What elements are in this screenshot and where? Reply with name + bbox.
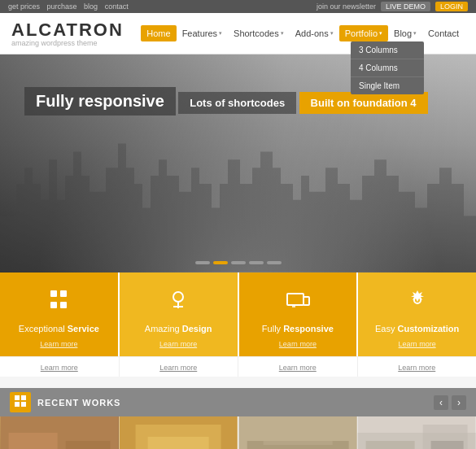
rw-next-button[interactable]: › [452,395,466,410]
slider-dot-4[interactable] [249,261,264,264]
features-row: Exceptional Service Learn more Amazing D… [0,272,476,356]
customization-icon [366,287,468,319]
learn-more-row: Learn more Learn more Learn more Learn m… [0,356,476,377]
login-button[interactable]: LOGIN [435,2,468,11]
logo-area: ALCATRON amazing wordpress theme [11,20,124,47]
service-icon [8,287,110,319]
top-bar: get prices purchase blog contact join ou… [0,0,476,13]
svg-rect-3 [60,302,67,308]
rw-arrows: ‹ › [434,395,466,410]
rw-header-left: RECENT WORKS [10,392,120,412]
logo-title: ALCATRON [11,20,124,41]
dropdown-4col[interactable]: 4 Columns [351,59,424,77]
slider-dot-1[interactable] [195,261,210,264]
hero-sub-badge: Lots of shortcodes [178,92,296,114]
svg-rect-12 [21,395,26,400]
feature-responsive-link[interactable]: Learn more [247,340,349,348]
nav-blog[interactable]: Blog ▾ [388,25,422,41]
top-bar-right: join our newsletter LIVE DEMO LOGIN [317,2,468,11]
nav-home[interactable]: Home [141,25,176,41]
rw-prev-button[interactable]: ‹ [434,395,448,410]
thumb-4-image [357,416,476,449]
svg-rect-29 [263,425,332,445]
feature-design-title: Amazing Design [128,324,229,333]
nav-contact[interactable]: Contact [422,25,465,41]
thumbnails-row: www.free-wordpress-college.com [0,416,476,449]
design-icon [128,287,229,319]
dropdown-3col[interactable]: 3 Columns [351,41,424,59]
dropdown-single[interactable]: Single Item [351,77,424,94]
nav-portfolio[interactable]: Portfolio ▾ [339,25,388,41]
thumbnail-4[interactable] [357,416,476,449]
svg-point-4 [173,292,183,302]
svg-rect-17 [66,441,111,449]
feature-customization-link[interactable]: Learn more [366,340,468,348]
feature-service-link[interactable]: Learn more [8,340,110,348]
recent-works-section: RECENT WORKS ‹ › www.free-wordpress-coll… [0,388,476,449]
svg-rect-14 [21,402,26,407]
feature-customization-title: Easy Customization [366,324,468,333]
recent-works-header: RECENT WORKS ‹ › [0,388,476,416]
hero-cta-badge[interactable]: Built on foundation 4 [299,92,428,114]
svg-rect-11 [15,395,20,400]
chevron-down-icon: ▾ [281,30,284,37]
recent-works-title: RECENT WORKS [37,398,120,408]
feature-responsive-title: Fully Responsive [247,324,349,333]
portfolio-dropdown: 3 Columns 4 Columns Single Item [351,41,424,94]
learn-design-link[interactable]: Learn more [159,364,197,372]
hero-slider-dots [195,261,282,264]
thumbnail-2[interactable] [119,416,238,449]
svg-rect-34 [365,441,414,449]
demo-button[interactable]: LIVE DEMO [381,2,430,11]
thumb-2-image [119,416,238,449]
learn-customization-link[interactable]: Learn more [398,364,435,372]
svg-rect-13 [15,402,20,407]
hero-main-badge: Fully responsive [24,87,176,116]
svg-rect-2 [50,302,57,308]
feature-responsive: Fully Responsive Learn more [239,272,359,356]
learn-service: Learn more [0,357,120,377]
topbar-link-getprices[interactable]: get prices [8,2,40,11]
svg-rect-36 [430,441,463,449]
svg-rect-24 [148,437,209,449]
nav-addons[interactable]: Add-ons ▾ [290,25,339,41]
chevron-down-icon: ▾ [330,30,334,37]
feature-customization: Easy Customization Learn more [358,272,476,356]
main-nav: Home Features ▾ Shortcodes ▾ Add-ons ▾ P… [141,25,465,41]
top-bar-links: get prices purchase blog contact [8,2,129,11]
thumb-1-image: www.free-wordpress-college.com [0,416,119,449]
svg-rect-16 [9,433,58,449]
chevron-down-icon: ▾ [219,30,222,37]
topbar-link-blog[interactable]: blog [84,2,98,11]
topbar-link-contact[interactable]: contact [105,2,129,11]
topbar-link-purchase[interactable]: purchase [47,2,77,11]
learn-customization: Learn more [358,357,477,377]
learn-design: Learn more [120,357,239,377]
recent-works-icon [10,392,31,412]
svg-rect-8 [304,297,309,305]
nav-features[interactable]: Features ▾ [177,25,228,41]
feature-design: Amazing Design Learn more [120,272,239,356]
learn-responsive-link[interactable]: Learn more [279,364,317,372]
newsletter-text: join our newsletter [317,2,376,11]
slider-dot-2[interactable] [213,261,228,264]
thumb-3-image [238,416,357,449]
thumbnail-3[interactable] [238,416,357,449]
svg-rect-0 [50,290,57,297]
slider-dot-5[interactable] [267,261,282,264]
header: ALCATRON amazing wordpress theme Home Fe… [0,13,476,54]
svg-rect-7 [287,294,304,305]
learn-service-link[interactable]: Learn more [41,364,78,372]
learn-responsive: Learn more [238,357,358,377]
slider-dot-3[interactable] [231,261,246,264]
feature-service: Exceptional Service Learn more [0,272,120,356]
nav-shortcodes[interactable]: Shortcodes ▾ [228,25,290,41]
chevron-down-icon: ▾ [413,30,417,37]
city-silhouette [0,120,476,272]
responsive-icon [247,287,349,319]
svg-rect-1 [60,290,67,297]
feature-service-title: Exceptional Service [8,324,110,333]
thumbnail-1[interactable]: www.free-wordpress-college.com [0,416,119,449]
chevron-down-icon: ▾ [379,30,382,37]
feature-design-link[interactable]: Learn more [128,340,229,348]
